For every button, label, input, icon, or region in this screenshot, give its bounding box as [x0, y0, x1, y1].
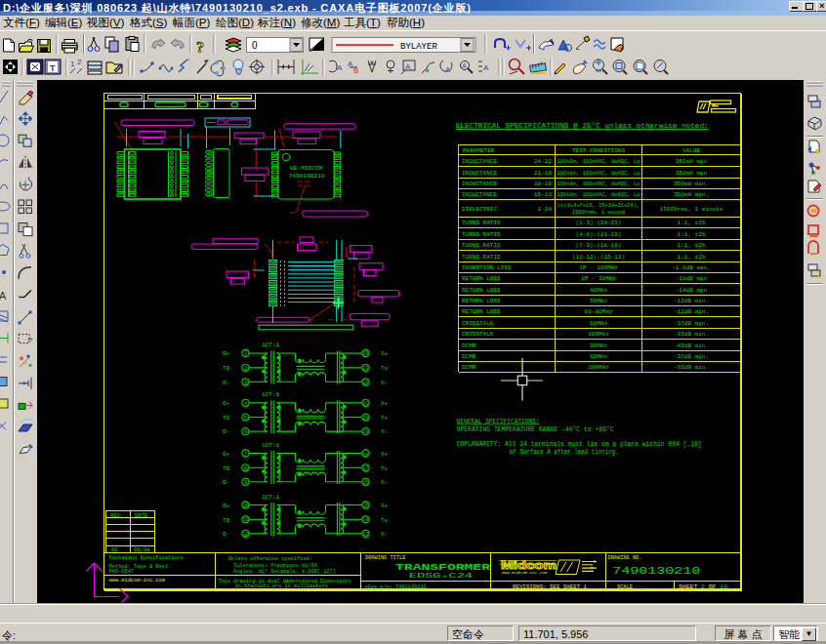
- svg-text:24: 24: [362, 351, 368, 357]
- svg-text:X+: X+: [381, 350, 389, 357]
- svg-text:7490130210: 7490130210: [289, 173, 325, 180]
- svg-text:O-: O-: [223, 531, 229, 538]
- svg-text:TURNS RATIO: TURNS RATIO: [462, 242, 501, 249]
- svg-text:X+: X+: [381, 451, 389, 458]
- svg-text:X+: X+: [381, 400, 389, 407]
- svg-text:1:1, ±2%: 1:1, ±2%: [678, 242, 706, 249]
- svg-text:Lk(1+4+7+10, 15+18+21+24),: Lk(1+4+7+10, 15+18+21+24),: [558, 203, 640, 209]
- svg-text:SHEET 2 OF 10: SHEET 2 OF 10: [679, 584, 727, 590]
- svg-text:TO: TO: [223, 415, 230, 422]
- svg-text:A: A: [405, 62, 411, 71]
- svg-text:of Surface A after lead tinnin: of Surface A after lead tinning.: [510, 449, 619, 456]
- svg-text:Tx: Tx: [381, 415, 389, 422]
- svg-text:7490130210: 7490130210: [612, 565, 700, 577]
- svg-text:TO: TO: [223, 365, 230, 372]
- svg-text:1CT:1: 1CT:1: [262, 442, 279, 449]
- svg-text:(1-3):(24-22): (1-3):(24-22): [576, 220, 622, 226]
- svg-text:15-13: 15-13: [534, 191, 552, 198]
- svg-text:30MHz: 30MHz: [590, 342, 607, 349]
- svg-text:O+: O+: [223, 451, 230, 458]
- svg-text:INDUCTANCE: INDUCTANCE: [462, 158, 497, 165]
- svg-text:6: 6: [244, 429, 247, 435]
- svg-text:350mH min.: 350mH min.: [674, 191, 709, 198]
- svg-text:12: 12: [242, 532, 248, 538]
- svg-text:TURNS RATIO: TURNS RATIO: [462, 231, 501, 238]
- svg-text:2: 2: [244, 366, 247, 372]
- svg-text:Tx: Tx: [381, 365, 389, 372]
- svg-text:A: A: [462, 62, 467, 69]
- svg-text:OPERATING TEMPERATURE RANGE -: OPERATING TEMPERATURE RANGE -40°C to +85…: [457, 425, 614, 433]
- svg-text:18-16: 18-16: [534, 181, 552, 187]
- svg-text:4: 4: [244, 401, 247, 407]
- svg-text:100kHz, 100mVAC, 8mADC, Lp: 100kHz, 100mVAC, 8mADC, Lp: [558, 191, 640, 198]
- svg-text:50MHz: 50MHz: [590, 298, 607, 304]
- svg-text:100kHz, 100mVAC, 8mADC, Lp: 100kHz, 100mVAC, 8mADC, Lp: [558, 181, 640, 187]
- svg-text:ELECTRICAL SPECIFICATIONS @ 25: ELECTRICAL SPECIFICATIONS @ 25°C unless …: [456, 121, 709, 130]
- svg-text:Tx: Tx: [381, 517, 389, 524]
- svg-text:CROSSTALK: CROSSTALK: [462, 331, 494, 338]
- svg-text:17: 17: [362, 465, 368, 471]
- svg-text:20: 20: [362, 416, 368, 422]
- svg-text:O-: O-: [223, 380, 229, 386]
- svg-text:100kHz, 100mVAC, 8mADC, Lp: 100kHz, 100mVAC, 8mADC, Lp: [558, 158, 640, 165]
- svg-text:100MHz: 100MHz: [588, 331, 609, 338]
- svg-text:RETURN LOSS: RETURN LOSS: [462, 308, 501, 315]
- svg-text:1: 1: [244, 351, 247, 357]
- svg-text:100MHz: 100MHz: [588, 364, 609, 371]
- svg-text:www.midcom-inc.com: www.midcom-inc.com: [502, 570, 548, 575]
- svg-text:RETURN LOSS: RETURN LOSS: [462, 275, 501, 282]
- svg-text:(10-12):(15-13): (10-12):(15-13): [572, 254, 625, 261]
- svg-text:BYLAYER: BYLAYER: [400, 42, 437, 52]
- svg-text:A: A: [483, 63, 489, 72]
- svg-text:23: 23: [362, 366, 368, 372]
- svg-text:1M - 100MHz: 1M - 100MHz: [579, 264, 618, 271]
- svg-text:X-: X-: [381, 479, 388, 486]
- svg-text:X-: X-: [381, 428, 388, 435]
- svg-text:21: 21: [362, 401, 368, 407]
- svg-text:www.midcom-inc.com: www.midcom-inc.com: [109, 578, 165, 584]
- svg-text:1:1, ±2%: 1:1, ±2%: [678, 220, 706, 226]
- svg-text:O-: O-: [223, 479, 229, 486]
- svg-text:60-80MHz: 60-80MHz: [585, 308, 613, 315]
- svg-text:(7-9):(18-16): (7-9):(18-16): [576, 242, 622, 249]
- svg-text:REV.: REV.: [110, 512, 123, 519]
- svg-text:-18dB min: -18dB min: [676, 275, 708, 282]
- svg-text:-12dB min.: -12dB min.: [674, 298, 709, 304]
- svg-text:PARAMETER: PARAMETER: [463, 147, 495, 154]
- svg-text:X-: X-: [381, 531, 388, 538]
- svg-text:-1.0dB max.: -1.0dB max.: [672, 264, 711, 271]
- svg-text:TEST CONDITIONS: TEST CONDITIONS: [572, 147, 625, 154]
- svg-text:100kHz, 100mVAC, 8mADC, Lp: 100kHz, 100mVAC, 8mADC, Lp: [558, 170, 640, 177]
- svg-text:60MHz: 60MHz: [590, 353, 607, 360]
- svg-text:TURNS RATIO: TURNS RATIO: [462, 254, 501, 261]
- svg-text:-14dB min: -14dB min: [676, 287, 708, 294]
- svg-text:DRAWING TITLE: DRAWING TITLE: [365, 555, 405, 561]
- svg-text:18: 18: [362, 452, 368, 458]
- svg-text:X-: X-: [381, 380, 388, 386]
- svg-text:O+: O+: [223, 503, 230, 509]
- svg-text:TURNS RATIO: TURNS RATIO: [462, 220, 501, 226]
- svg-text:RETURN LOSS: RETURN LOSS: [462, 298, 501, 304]
- svg-text:1:1, ±2%: 1:1, ±2%: [678, 231, 706, 238]
- svg-text:15: 15: [362, 503, 368, 509]
- svg-text:1500Vrms, 1 second: 1500Vrms, 1 second: [572, 210, 625, 216]
- svg-text:DCMR: DCMR: [462, 364, 476, 371]
- svg-text:350mH min.: 350mH min.: [674, 181, 709, 187]
- svg-text:Angles: ±1° Decimals: ±.005: Angles: ±1° Decimals: ±.005[.127]: [233, 569, 336, 575]
- svg-text:INSERTION LOSS: INSERTION LOSS: [462, 264, 512, 271]
- svg-text:0: 0: [252, 40, 258, 51]
- svg-text:Packaging Specifications: Packaging Specifications: [109, 555, 184, 561]
- svg-text:COPLANARITY: All 24 terminals: COPLANARITY: All 24 terminals must lie o…: [457, 441, 702, 448]
- svg-text:DATE: DATE: [135, 512, 148, 519]
- svg-text:REVISIONS: SEE SHEET 1: REVISIONS: SEE SHEET 1: [513, 584, 587, 590]
- svg-text:8: 8: [244, 465, 247, 471]
- svg-text:350mH min: 350mH min: [676, 158, 708, 165]
- svg-text:O+: O+: [223, 400, 230, 407]
- svg-text:1500Vrms, 1 minute: 1500Vrms, 1 minute: [660, 206, 723, 213]
- svg-text:EDSG-C24: EDSG-C24: [409, 572, 474, 580]
- svg-text:350mH min: 350mH min: [676, 170, 708, 177]
- svg-text:WE-MIDCOM: WE-MIDCOM: [290, 165, 323, 172]
- svg-text:O+: O+: [223, 350, 230, 357]
- svg-text:?: ?: [196, 39, 204, 56]
- svg-text:1-24: 1-24: [538, 206, 553, 213]
